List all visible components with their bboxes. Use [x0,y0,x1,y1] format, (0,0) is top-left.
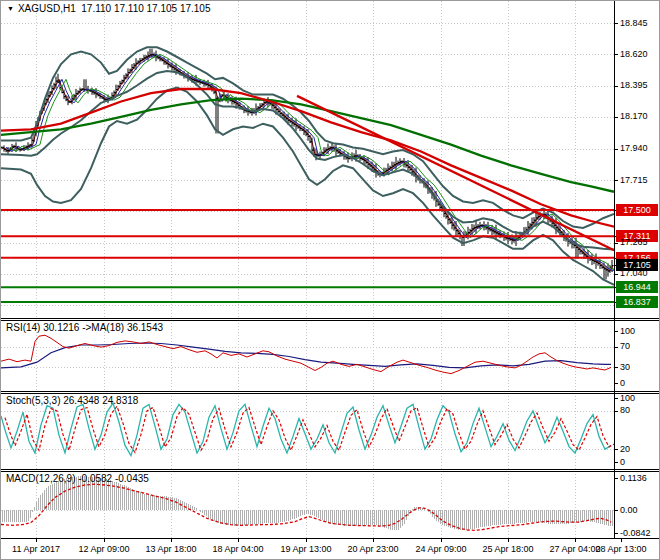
price-axis[interactable]: 18.84518.62018.39518.17017.94017.71517.5… [614,1,660,538]
bollinger-middle-line [1,71,614,250]
price-axis-label: 17.040 [620,268,648,278]
chart-title-ohlc: 17.110 17.110 17.105 17.105 [81,3,210,14]
price-axis-label: 18.620 [620,49,648,59]
time-axis-label: 27 Apr 04:00 [549,544,600,554]
rsi-axis-label: 30 [620,362,630,372]
time-axis-label: 20 Apr 23:00 [347,544,398,554]
rsi-ma-line [1,343,611,368]
stoch-indicator-label: Stoch(5,3,3) 26.4348 24.8318 [6,395,138,406]
stoch-axis-label: 20 [620,444,630,454]
price-axis-label: 18.395 [620,80,648,90]
rsi-line [1,335,611,373]
time-axis-label: 19 Apr 13:00 [280,544,331,554]
time-axis-label: 12 Apr 09:00 [78,544,129,554]
macd-axis-label: -0.0842 [620,528,651,538]
time-axis-label: 28 Apr 13:00 [595,544,646,554]
time-axis[interactable]: 11 Apr 201712 Apr 09:0013 Apr 18:0018 Ap… [1,538,660,560]
macd-axis-label: 0.00 [620,505,638,515]
price-level-label: 17.500 [616,204,658,216]
price-axis-label: 18.170 [620,111,648,121]
stoch-axis-label: 0 [620,457,625,467]
time-axis-label: 25 Apr 18:00 [482,544,533,554]
macd-indicator-label: MACD(12,26,9) -0.0582 -0.0435 [6,473,149,484]
chart-title-symbol: XAGUSD,H1 [18,3,76,14]
price-axis-label: 17.265 [620,237,648,247]
ma-thin-green-line [10,54,620,271]
price-level-label: 16.944 [616,281,658,293]
time-axis-label: 18 Apr 04:00 [212,544,263,554]
time-axis-label: 11 Apr 2017 [12,544,60,554]
stoch-axis-label: 80 [620,405,630,415]
rsi-axis-label: 0 [620,378,625,388]
macd-axis-label: 0.1136 [620,473,647,483]
price-axis-label: 17.715 [620,175,648,185]
time-axis-label: 13 Apr 18:00 [145,544,196,554]
price-axis-label: 17.940 [620,143,648,153]
main-panel [1,1,620,318]
chart-title: ▼XAGUSD,H1 17.110 17.110 17.105 17.105 [7,3,211,14]
price-level-label: 16.837 [616,296,658,308]
stoch-axis-label: 100 [620,393,635,403]
rsi-axis-label: 100 [620,326,635,336]
symbol-dropdown-icon[interactable]: ▼ [7,5,14,12]
price-axis-label: 18.845 [620,18,648,28]
time-axis-label: 24 Apr 09:00 [415,544,466,554]
rsi-axis-label: 70 [620,341,630,351]
mt4-chart-window: ▼XAGUSD,H1 17.110 17.110 17.105 17.105 R… [0,0,660,560]
rsi-indicator-label: RSI(14) 30.1216 ->MA(18) 36.1543 [6,322,163,333]
